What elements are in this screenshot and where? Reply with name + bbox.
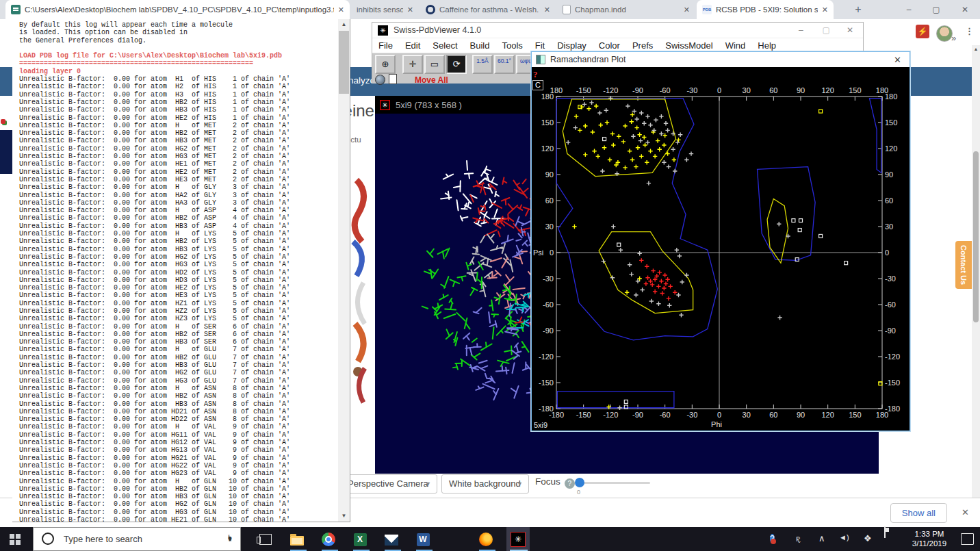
task-view-button[interactable]: [256, 530, 275, 549]
show-all-button[interactable]: Show all: [890, 503, 947, 523]
tab-close-icon[interactable]: ✕: [544, 5, 550, 14]
svg-text:150: 150: [885, 118, 897, 127]
firefox-icon[interactable]: [476, 530, 495, 549]
menu-help[interactable]: Help: [751, 40, 782, 51]
mail-icon[interactable]: [382, 530, 401, 549]
focus-slider-handle[interactable]: [575, 478, 584, 487]
spdbv-taskbar-icon[interactable]: ✳: [508, 530, 528, 549]
background-select[interactable]: White background ▼: [441, 474, 529, 494]
ramachandran-close-icon[interactable]: ✕: [890, 55, 905, 65]
svg-text:-60: -60: [885, 300, 896, 309]
svg-text:-150: -150: [885, 379, 900, 387]
dropbox-icon[interactable]: ❖: [864, 533, 872, 551]
browser-menu-icon[interactable]: ⋮: [965, 26, 974, 36]
battery-icon[interactable]: [884, 527, 886, 551]
rama-help-button[interactable]: ?: [533, 69, 538, 80]
word-icon[interactable]: W: [413, 530, 433, 549]
get-help-tray-icon[interactable]: ?: [770, 533, 775, 551]
browser-tab-bar: C:\Users\Alex\Desktop\Biochem lab\SPDBV_…: [0, 0, 980, 19]
rama-chain-button[interactable]: C: [532, 80, 543, 90]
log-scrollbar-thumb[interactable]: [339, 31, 349, 94]
move-all-label[interactable]: Move All: [415, 75, 448, 85]
tab-label: Chapman.indd: [575, 5, 680, 14]
translate-tool-button[interactable]: ✛↔: [402, 55, 423, 74]
new-tab-button[interactable]: +: [844, 0, 872, 19]
svg-text:30: 30: [545, 222, 554, 231]
page-scrollbar[interactable]: ▲ ▼: [972, 45, 980, 527]
browser-tab[interactable]: PDBRCSB PDB - 5XI9: Solution st✕: [697, 0, 834, 19]
flash-extension-icon[interactable]: ⚡: [916, 25, 929, 38]
tab-close-icon[interactable]: ✕: [407, 5, 413, 14]
people-tray-icon[interactable]: ꭆ: [796, 533, 801, 551]
window-minimize-button[interactable]: –: [895, 0, 923, 19]
downloads-close-icon[interactable]: ✕: [962, 507, 969, 517]
page-scrollbar-thumb[interactable]: [973, 151, 979, 322]
globe-icon[interactable]: [375, 75, 385, 85]
menu-edit[interactable]: Edit: [399, 40, 426, 51]
taskbar-search[interactable]: Type here to search 🖢: [33, 527, 241, 551]
tab-label: Caffeine for asthma - Welsh.: [439, 5, 540, 14]
desktop: Analyze Caffeine bin The structu Perspec…: [0, 0, 980, 551]
svg-text:-180: -180: [539, 405, 554, 413]
search-placeholder: Type here to search: [64, 534, 142, 544]
svg-text:-60: -60: [660, 86, 671, 94]
spdbv-app-icon: ✳: [378, 25, 388, 36]
browser-tab[interactable]: Chapman.indd✕: [557, 0, 695, 19]
ramachandran-plot[interactable]: 180-180-180-180-150-150-150-150-120-120-…: [532, 67, 910, 431]
angle-tool-button[interactable]: 60.1°: [494, 55, 515, 74]
contact-us-button[interactable]: Contact Us: [955, 241, 972, 289]
ramachandran-window: Ramachandran Plot ✕ ? C 180-180-180-180-…: [531, 51, 910, 431]
hidden-icons-chevron[interactable]: ∧: [818, 533, 825, 551]
center-tool-button[interactable]: ⊕: [375, 55, 396, 74]
spdbv-close-button[interactable]: ✕: [842, 25, 858, 35]
tab-close-icon[interactable]: ✕: [338, 5, 344, 14]
browser-tab[interactable]: inhibits sensor✕: [351, 0, 419, 19]
profile-avatar[interactable]: [936, 25, 953, 42]
distance-tool-button[interactable]: 1.5Å: [472, 55, 493, 74]
scroll-down-icon[interactable]: ▼: [338, 511, 350, 522]
menu-select[interactable]: Select: [426, 40, 463, 51]
camera-select[interactable]: Perspective Camera ▼: [340, 474, 437, 494]
menu-wind[interactable]: Wind: [719, 40, 752, 51]
spdbv-maximize-button[interactable]: ▢: [816, 25, 837, 35]
svg-text:-30: -30: [686, 86, 697, 94]
svg-text:30: 30: [885, 222, 893, 231]
menu-fit[interactable]: Fit: [529, 40, 551, 51]
spdbv-titlebar[interactable]: ✳ Swiss-PdbViewer 4.1.0 – ▢ ✕: [372, 23, 863, 38]
microphone-icon[interactable]: 🖢: [228, 533, 233, 543]
zoom-tool-button[interactable]: ▭↔: [424, 55, 445, 74]
menu-prefs[interactable]: Prefs: [626, 40, 659, 51]
window-close-button[interactable]: ✕: [951, 0, 979, 19]
start-button[interactable]: [10, 534, 21, 545]
action-center-icon[interactable]: [961, 533, 974, 545]
log-scrollbar[interactable]: ▲ ▼: [338, 19, 350, 522]
svg-text:90: 90: [797, 86, 805, 94]
log-text[interactable]: By default this log will appear each tim…: [12, 19, 350, 522]
chrome-icon[interactable]: [319, 530, 338, 549]
volume-icon[interactable]: ◄): [839, 533, 849, 551]
spdbv-minimize-button[interactable]: –: [792, 25, 810, 35]
scroll-up-icon[interactable]: ▲: [972, 47, 980, 51]
menu-file[interactable]: File: [372, 40, 399, 51]
menu-color[interactable]: Color: [593, 40, 626, 51]
taskbar-clock[interactable]: 1:33 PM 3/11/2019: [905, 529, 954, 548]
tab-close-icon[interactable]: ✕: [684, 5, 690, 14]
menu-swissmodel[interactable]: SwissModel: [659, 40, 719, 51]
excel-icon[interactable]: X: [350, 530, 370, 549]
tab-label: C:\Users\Alex\Desktop\Biochem lab\SPDBV_…: [25, 5, 334, 14]
file-explorer-icon[interactable]: [287, 530, 307, 549]
focus-slider-track[interactable]: [578, 482, 650, 484]
svg-text:60: 60: [769, 411, 777, 419]
menu-display[interactable]: Display: [551, 40, 593, 51]
menu-tools[interactable]: Tools: [495, 40, 528, 51]
menu-build[interactable]: Build: [464, 40, 496, 51]
rotate-tool-button[interactable]: ⟳↔: [446, 55, 467, 74]
document-icon[interactable]: [389, 74, 397, 84]
help-icon[interactable]: ?: [565, 478, 575, 489]
browser-tab[interactable]: C:\Users\Alex\Desktop\Biochem lab\SPDBV_…: [5, 0, 350, 19]
ramachandran-titlebar[interactable]: Ramachandran Plot ✕: [532, 52, 910, 67]
scroll-up-icon[interactable]: ▲: [338, 19, 350, 30]
tab-close-icon[interactable]: ✕: [822, 5, 828, 14]
window-maximize-button[interactable]: ▢: [923, 0, 950, 19]
browser-tab[interactable]: Caffeine for asthma - Welsh.✕: [420, 0, 556, 19]
